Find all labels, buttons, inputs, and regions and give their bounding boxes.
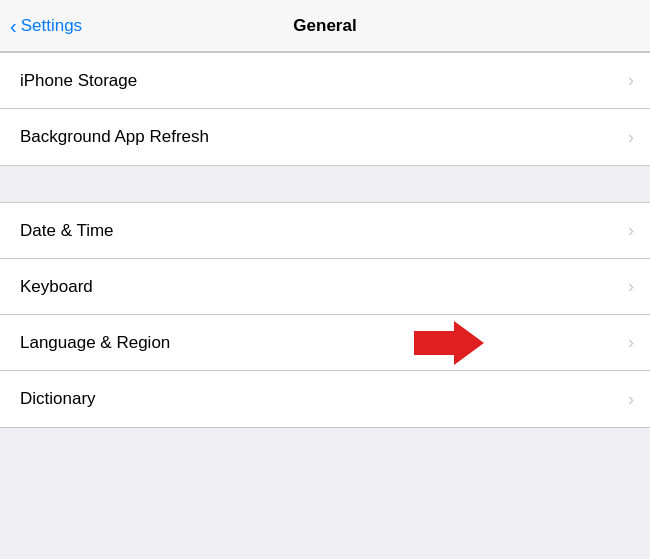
chevron-right-icon: › xyxy=(628,389,634,410)
back-button[interactable]: ‹ Settings xyxy=(10,16,82,36)
chevron-right-icon: › xyxy=(628,127,634,148)
keyboard-row[interactable]: Keyboard › xyxy=(0,259,650,315)
chevron-right-icon: › xyxy=(628,220,634,241)
background-app-refresh-row[interactable]: Background App Refresh › xyxy=(0,109,650,165)
chevron-right-icon: › xyxy=(628,332,634,353)
iphone-storage-row[interactable]: iPhone Storage › xyxy=(0,53,650,109)
section-2: Date & Time › Keyboard › Language & Regi… xyxy=(0,202,650,428)
language-region-row[interactable]: Language & Region › xyxy=(0,315,650,371)
language-region-label: Language & Region xyxy=(20,333,170,353)
iphone-storage-label: iPhone Storage xyxy=(20,71,137,91)
chevron-right-icon: › xyxy=(628,70,634,91)
date-time-label: Date & Time xyxy=(20,221,114,241)
chevron-back-icon: ‹ xyxy=(10,16,17,36)
dictionary-label: Dictionary xyxy=(20,389,96,409)
navigation-bar: ‹ Settings General xyxy=(0,0,650,52)
dictionary-row[interactable]: Dictionary › xyxy=(0,371,650,427)
svg-marker-0 xyxy=(414,321,484,365)
chevron-right-icon: › xyxy=(628,276,634,297)
section-1: iPhone Storage › Background App Refresh … xyxy=(0,52,650,166)
section-gap xyxy=(0,166,650,202)
keyboard-label: Keyboard xyxy=(20,277,93,297)
background-app-refresh-label: Background App Refresh xyxy=(20,127,209,147)
arrow-annotation xyxy=(414,321,614,365)
date-time-row[interactable]: Date & Time › xyxy=(0,203,650,259)
page-title: General xyxy=(293,16,356,36)
back-label: Settings xyxy=(21,16,82,36)
